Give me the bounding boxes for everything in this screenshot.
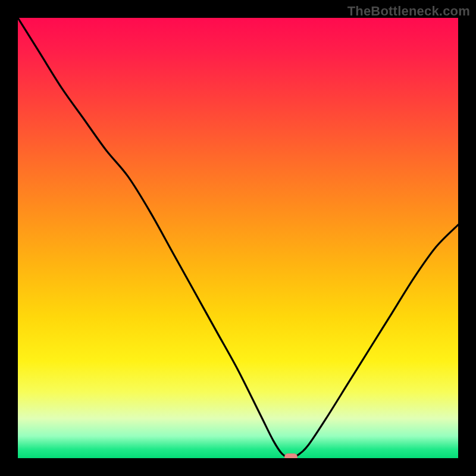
curve-path — [18, 18, 458, 458]
bottleneck-curve — [18, 18, 458, 458]
watermark-label: TheBottleneck.com — [347, 4, 470, 19]
plot-area — [18, 18, 458, 458]
chart-frame: TheBottleneck.com — [0, 0, 476, 476]
optimal-point-marker — [284, 453, 298, 458]
